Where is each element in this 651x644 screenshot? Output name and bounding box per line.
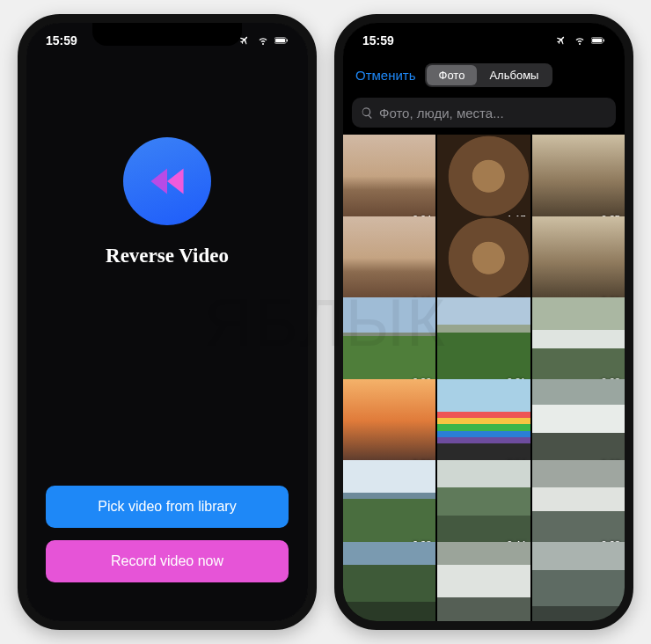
status-indicators bbox=[554, 35, 605, 46]
video-thumbnail[interactable]: 0:48 bbox=[437, 216, 530, 309]
svg-rect-5 bbox=[603, 40, 604, 42]
video-thumbnail[interactable]: 0:21 bbox=[437, 297, 530, 390]
battery-icon bbox=[591, 35, 605, 46]
search-icon bbox=[361, 106, 374, 120]
video-thumbnail[interactable]: 0:03 bbox=[532, 460, 625, 553]
tab-photos[interactable]: Фото bbox=[427, 65, 478, 85]
video-thumbnail[interactable]: 0:44 bbox=[437, 460, 530, 553]
video-thumbnail[interactable]: 0:28 bbox=[343, 379, 435, 472]
phone-left: 15:59 Reverse Video Pick video from libr… bbox=[18, 14, 317, 630]
video-thumbnail[interactable]: 0:14 bbox=[437, 379, 530, 472]
video-thumbnail[interactable]: 0:53 bbox=[532, 542, 625, 622]
notch bbox=[409, 23, 559, 46]
search-placeholder: Фото, люди, места... bbox=[379, 106, 504, 121]
app-title: Reverse Video bbox=[106, 245, 229, 267]
tab-albums[interactable]: Альбомы bbox=[477, 65, 551, 85]
video-thumbnail[interactable]: 0:03 bbox=[437, 542, 530, 622]
video-thumbnail[interactable]: 0:03 bbox=[532, 297, 625, 390]
video-thumbnail[interactable]: 0:27 bbox=[532, 379, 625, 472]
status-indicators bbox=[238, 35, 289, 46]
svg-rect-2 bbox=[287, 40, 288, 42]
video-thumbnail[interactable]: 0:25 bbox=[532, 135, 625, 227]
search-input[interactable]: Фото, люди, места... bbox=[352, 98, 616, 128]
app-logo-circle bbox=[123, 137, 211, 225]
segmented-control: Фото Альбомы bbox=[425, 63, 553, 87]
video-thumbnail[interactable]: 0:20 bbox=[343, 297, 435, 390]
app-logo-block: Reverse Video bbox=[106, 137, 229, 267]
video-thumbnail[interactable]: 1:17 bbox=[437, 135, 530, 227]
video-thumbnail[interactable]: 0:04 bbox=[343, 135, 435, 227]
svg-rect-1 bbox=[275, 39, 285, 43]
video-thumbnail[interactable]: 0:38 bbox=[343, 460, 435, 553]
action-buttons: Pick video from library Record video now bbox=[46, 486, 289, 582]
pick-video-button[interactable]: Pick video from library bbox=[46, 486, 289, 528]
phone-right: 15:59 Отменить Фото Альбомы Фото, люди, … bbox=[334, 14, 633, 630]
photo-picker-screen: Отменить Фото Альбомы Фото, люди, места.… bbox=[343, 23, 625, 621]
record-video-button[interactable]: Record video now bbox=[46, 540, 289, 582]
rewind-icon bbox=[142, 156, 193, 207]
video-thumbnail[interactable]: 1:15 bbox=[343, 216, 435, 309]
video-thumbnail[interactable]: 0:23 bbox=[343, 542, 435, 622]
video-grid[interactable]: 0:04 1:17 0:25 1:15 0:48 0:26 0:20 0:21 … bbox=[343, 135, 625, 621]
svg-rect-4 bbox=[592, 39, 602, 43]
cancel-button[interactable]: Отменить bbox=[355, 68, 416, 83]
wifi-icon bbox=[573, 35, 587, 46]
status-time: 15:59 bbox=[362, 33, 394, 48]
picker-header: Отменить Фото Альбомы bbox=[343, 58, 625, 92]
reverse-video-app-screen: Reverse Video Pick video from library Re… bbox=[26, 23, 308, 621]
video-thumbnail[interactable]: 0:26 bbox=[532, 216, 625, 309]
status-time: 15:59 bbox=[46, 33, 77, 48]
battery-icon bbox=[274, 35, 289, 46]
wifi-icon bbox=[256, 35, 270, 46]
notch bbox=[92, 23, 242, 46]
